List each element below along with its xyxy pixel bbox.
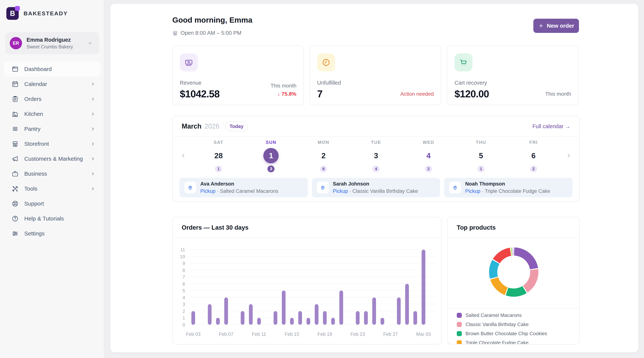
top-products-header: Top products [448,217,579,238]
y-axis-tick-label: 3 [174,302,185,307]
day-of-week-label: WED [423,140,434,145]
next-week-chevron-icon[interactable] [566,153,572,158]
sidebar-item-settings[interactable]: Settings [4,226,100,241]
sidebar-item-tools[interactable]: Tools [4,181,100,196]
bar-slot-Feb 24 [362,250,370,325]
bar-slot-Feb 03 [189,250,197,325]
event-item: · Salted Caramel Macarons [216,188,278,194]
avatar: ER [10,37,22,49]
calendar-day-sun-1[interactable]: SUN13 [245,140,297,172]
y-axis-tick-label: 1 [174,316,185,321]
top-products-card: Top products Salted Caramel MacaronsClas… [448,217,580,344]
clipboard-icon [12,96,19,102]
page-title: Good morning, Emma [172,16,252,24]
bar [340,290,343,325]
sidebar-item-orders[interactable]: Orders [4,92,100,106]
event-customer-name: Sarah Johnson [333,181,418,187]
sidebar-item-pantry[interactable]: Pantry [4,122,100,136]
calendar-day-mon-2[interactable]: MON26 [297,140,350,172]
bar [224,298,228,325]
bar-slot-Feb 16 [296,250,304,325]
dashboard-icon [12,66,19,73]
day-of-week-label: FRI [529,140,538,145]
x-axis-tick-label: Feb 27 [383,332,398,337]
sidebar-item-customers-marketing[interactable]: Customers & Marketing [4,151,100,166]
x-axis-tick-label: Feb 19 [318,332,332,337]
legend-divider [448,308,579,308]
y-axis-tick-label: 4 [174,295,185,300]
day-of-week-label: TUE [371,140,381,145]
calendar-day-wed-4[interactable]: WED42 [402,140,455,172]
calendar-header: March 2026 Today Full calendar → [173,116,579,137]
day-number: 4 [426,152,430,160]
bar-slot-Feb 20 [329,250,337,325]
new-order-button[interactable]: New order [533,19,579,33]
chevron-right-icon [90,142,95,146]
event-customer-name: Noah Thompson [465,181,550,187]
bar-slot-Feb 08 [230,250,238,325]
event-card-3[interactable]: Noah ThompsonPickup · Triple Chocolate F… [444,178,572,197]
event-card-2[interactable]: Sarah JohnsonPickup · Classic Vanilla Bi… [312,178,440,197]
calendar-day-thu-5[interactable]: THU51 [455,140,507,172]
calendar-card: March 2026 Today Full calendar → SAT281S… [172,116,580,202]
sidebar-item-label: Calendar [24,81,85,87]
bar-slot-Feb 15 [288,250,296,325]
y-axis-tick-label: 7 [174,274,185,280]
bar [397,298,401,325]
bar [315,304,318,325]
sidebar-item-business[interactable]: Business [4,166,100,181]
bar-slot-Feb 18 [312,250,321,325]
sidebar-item-label: Support [24,200,95,207]
day-event-count-badge: 1 [478,166,484,172]
legend-label: Brown Butter Chocolate Chip Cookies [466,331,547,336]
prev-week-chevron-icon[interactable] [180,153,186,158]
calendar-day-tue-3[interactable]: TUE34 [350,140,402,172]
sidebar-item-label: Help & Tutorials [24,216,95,222]
user-name: Emma Rodriguez [26,37,83,43]
storefront-icon [172,30,178,36]
sidebar-item-help-tutorials[interactable]: Help & Tutorials [4,211,100,226]
sidebar-item-kitchen[interactable]: Kitchen [4,106,100,122]
sidebar-item-support[interactable]: Support [4,196,100,211]
day-event-count-badge: 3 [268,166,274,172]
bar [274,311,277,325]
sidebar-item-calendar[interactable]: Calendar [4,76,100,92]
sidebar-item-dashboard[interactable]: Dashboard [4,62,100,76]
bar-slot-Feb 07 [222,250,230,325]
legend-label: Salted Caramel Macarons [466,312,522,318]
sidebar-nav: DashboardCalendarOrdersKitchenPantryStor… [0,62,104,241]
user-menu[interactable]: ER Emma Rodriguez Sweet Crumbs Bakery [5,32,99,54]
brand-name: BAKESTEADY [24,10,68,17]
calendar-day-sat-28[interactable]: SAT281 [192,140,245,172]
bar-slot-Feb 28 [395,250,403,325]
calendar-day-fri-6[interactable]: FRI62 [507,140,560,172]
bar-slot-Feb 26 [378,250,386,325]
chevron-right-icon [90,171,95,176]
stat-label: Revenue [180,80,220,86]
bar-slot-Feb 25 [370,250,378,325]
event-card-1[interactable]: Ava AndersonPickup · Salted Caramel Maca… [180,178,308,197]
day-number: 28 [214,152,223,160]
bar [249,304,253,325]
x-axis-tick-label: Mar 03 [416,332,431,337]
bar [364,311,368,325]
chevron-down-icon [88,40,93,46]
clock-icon [317,54,335,72]
sidebar-item-label: Pantry [24,126,85,132]
sidebar-item-label: Orders [24,96,85,102]
event-method: Pickup [333,188,348,194]
orders-plot: 01234567891011Feb 03Feb 07Feb 11Feb 15Fe… [189,250,436,325]
calendar-year: 2026 [204,122,220,130]
today-button[interactable]: Today [225,122,248,131]
stat-label: Cart recovery [454,80,489,86]
event-item: · Triple Chocolate Fudge Cake [480,188,550,194]
brand: B BAKESTEADY [6,7,68,20]
day-of-week-label: THU [476,140,486,145]
bar-slot-Feb 19 [321,250,329,325]
bar-slot-Feb 12 [263,250,271,325]
sidebar-item-storefront[interactable]: Storefront [4,136,100,151]
user-org: Sweet Crumbs Bakery [26,44,83,50]
full-calendar-link[interactable]: Full calendar → [532,123,570,130]
legend-swatch [457,313,462,318]
bar [216,318,220,325]
